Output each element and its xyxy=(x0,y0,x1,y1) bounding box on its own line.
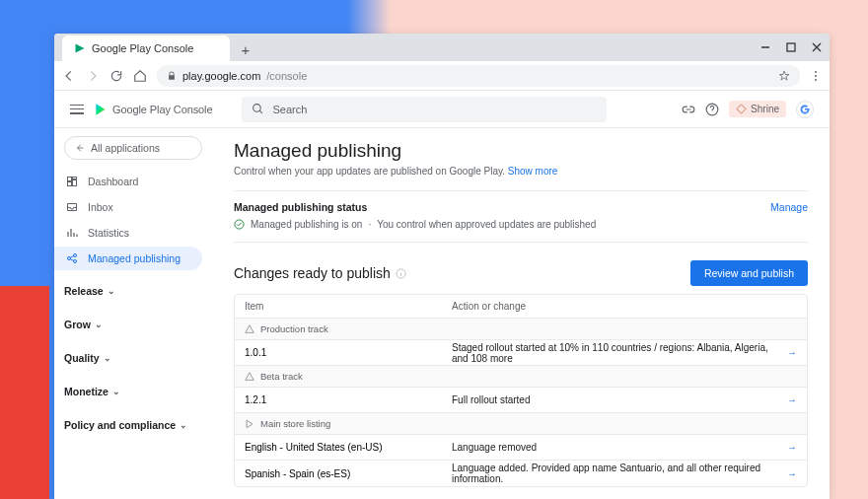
all-apps-button[interactable]: All applications xyxy=(64,136,202,160)
sidebar-section-policy[interactable]: Policy and compliance⌄ xyxy=(64,412,202,438)
logo-light: Console xyxy=(174,104,213,115)
sidebar: All applications Dashboard Inbox Statist… xyxy=(54,128,212,499)
page-title: Managed publishing xyxy=(234,140,808,162)
omnibox-host: play.google.com xyxy=(182,70,260,82)
app-selector-pill[interactable]: Shrine xyxy=(729,101,786,117)
sidebar-item-label: Dashboard xyxy=(88,176,138,187)
minimize-button[interactable] xyxy=(759,40,772,54)
chevron-down-icon: ⌄ xyxy=(112,387,120,396)
arrow-right-icon[interactable]: → xyxy=(777,442,797,453)
play-icon xyxy=(74,42,86,54)
track-icon xyxy=(245,324,254,334)
ready-heading: Changes ready to publish xyxy=(234,265,406,281)
hamburger-button[interactable] xyxy=(70,105,84,114)
arrow-right-icon[interactable]: → xyxy=(777,468,797,479)
group-label: Main store listing xyxy=(260,418,330,429)
cell-item: English - United States (en-US) xyxy=(245,442,452,453)
browser-tab[interactable]: Google Play Console xyxy=(62,36,230,61)
search-icon xyxy=(252,103,264,115)
browser-menu-button[interactable] xyxy=(810,71,822,81)
status-row: Managed publishing is on · You control w… xyxy=(234,219,808,230)
table-group-row: Main store listing xyxy=(235,413,807,435)
table-row[interactable]: 1.0.1 Staged rollout started at 10% in 1… xyxy=(235,340,807,366)
sidebar-section-monetize[interactable]: Monetize⌄ xyxy=(64,379,202,404)
show-more-link[interactable]: Show more xyxy=(508,166,558,177)
search-input[interactable]: Search xyxy=(242,97,607,122)
close-button[interactable] xyxy=(810,40,824,54)
browser-navbar: play.google.com/console xyxy=(54,61,830,91)
maximize-button[interactable] xyxy=(784,40,798,54)
reload-button[interactable] xyxy=(109,69,123,83)
status-separator: · xyxy=(368,219,371,230)
svg-rect-6 xyxy=(68,182,72,186)
link-icon[interactable] xyxy=(682,103,695,116)
managed-publishing-icon xyxy=(66,252,78,264)
sidebar-item-inbox[interactable]: Inbox xyxy=(54,195,202,219)
app-header: Google Play Console Search Shrine xyxy=(54,91,830,128)
all-apps-label: All applications xyxy=(91,142,160,154)
search-placeholder: Search xyxy=(272,104,307,115)
new-tab-button[interactable]: + xyxy=(234,37,257,61)
tab-title: Google Play Console xyxy=(92,42,193,54)
table-header-row: Item Action or change xyxy=(235,295,807,319)
statistics-icon xyxy=(66,227,78,239)
dashboard-icon xyxy=(66,176,78,187)
inbox-icon xyxy=(66,201,78,213)
browser-tabbar: Google Play Console + xyxy=(54,34,830,61)
google-g-icon xyxy=(799,104,811,115)
arrow-left-icon xyxy=(75,143,85,153)
table-row[interactable]: Spanish - Spain (es-ES) Language added. … xyxy=(235,461,807,486)
arrow-right-icon[interactable]: → xyxy=(777,347,797,358)
back-button[interactable] xyxy=(62,69,76,83)
svg-point-9 xyxy=(74,260,77,263)
help-icon[interactable] xyxy=(705,103,719,116)
svg-rect-0 xyxy=(787,43,795,51)
forward-button[interactable] xyxy=(86,69,100,83)
status-card: Managed publishing status Managed publis… xyxy=(234,190,808,243)
sidebar-item-managed-publishing[interactable]: Managed publishing xyxy=(54,247,202,270)
sidebar-section-quality[interactable]: Quality⌄ xyxy=(64,345,202,371)
star-icon[interactable] xyxy=(778,70,790,82)
col-header-action: Action or change xyxy=(452,301,797,312)
account-avatar[interactable] xyxy=(796,101,814,118)
col-header-item: Item xyxy=(245,301,452,312)
group-label: Production track xyxy=(260,323,328,334)
sidebar-section-release[interactable]: Release⌄ xyxy=(64,278,202,304)
cell-action: Language added. Provided app name Santua… xyxy=(452,463,777,484)
header-right: Shrine xyxy=(682,101,814,118)
chevron-down-icon: ⌄ xyxy=(180,420,187,430)
chevron-down-icon: ⌄ xyxy=(104,353,111,363)
table-group-row: Beta track xyxy=(235,366,807,388)
svg-rect-3 xyxy=(68,178,72,181)
sidebar-section-grow[interactable]: Grow⌄ xyxy=(64,312,202,337)
table-row[interactable]: 1.2.1 Full rollout started → xyxy=(235,388,807,413)
omnibox[interactable]: play.google.com/console xyxy=(157,65,800,87)
sidebar-item-statistics[interactable]: Statistics xyxy=(54,221,202,245)
lock-icon xyxy=(167,71,177,81)
review-publish-button[interactable]: Review and publish xyxy=(690,260,808,286)
svg-point-1 xyxy=(253,105,261,112)
chevron-down-icon: ⌄ xyxy=(95,320,103,329)
cell-item: 1.2.1 xyxy=(245,394,452,405)
sidebar-item-label: Managed publishing xyxy=(88,252,181,264)
arrow-right-icon[interactable]: → xyxy=(777,394,797,405)
window-controls xyxy=(759,34,824,61)
main-content: Managed publishing Control when your app… xyxy=(212,128,830,499)
ready-section-head: Changes ready to publish Review and publ… xyxy=(234,260,808,286)
shrine-icon xyxy=(736,104,747,114)
app-logo[interactable]: Google Play Console xyxy=(94,103,212,116)
shrine-label: Shrine xyxy=(751,104,779,114)
cell-action: Full rollout started xyxy=(452,394,777,405)
play-icon xyxy=(245,419,254,429)
track-icon xyxy=(245,372,254,382)
manage-link[interactable]: Manage xyxy=(770,201,808,213)
info-icon[interactable] xyxy=(396,268,406,279)
home-button[interactable] xyxy=(133,69,147,83)
group-label: Beta track xyxy=(260,371,303,382)
table-group-row: Production track xyxy=(235,319,807,340)
chrome-window: Google Play Console + play.google.com/co… xyxy=(54,34,830,499)
table-row[interactable]: English - United States (en-US) Language… xyxy=(235,435,807,461)
play-logo-icon xyxy=(94,103,108,116)
cell-action: Staged rollout started at 10% in 110 cou… xyxy=(452,342,777,364)
sidebar-item-dashboard[interactable]: Dashboard xyxy=(54,170,202,193)
